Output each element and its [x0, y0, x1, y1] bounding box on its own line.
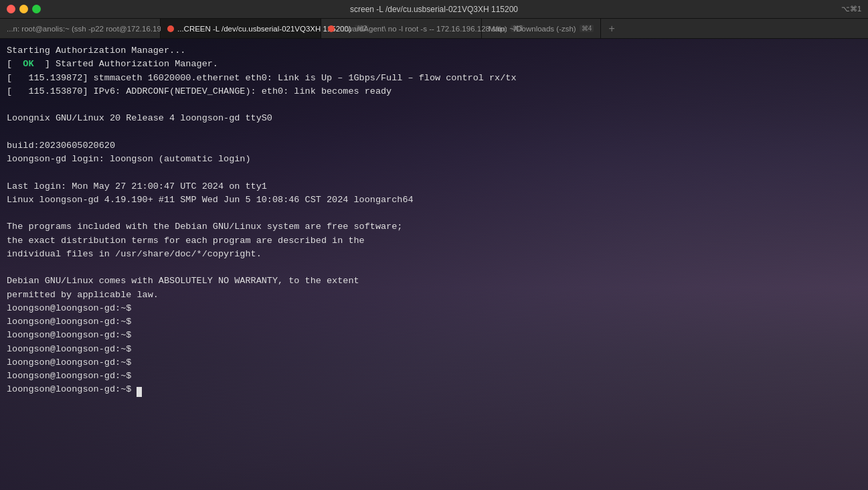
terminal-blank [7, 126, 861, 139]
add-tab-button[interactable]: + [602, 19, 621, 38]
titlebar: screen -L /dev/cu.usbserial-021VQ3XH 115… [0, 0, 868, 19]
terminal-line: Linux loongson-gd 4.19.190+ #11 SMP Wed … [7, 193, 861, 207]
terminal-cursor [137, 387, 142, 397]
terminal-line: Last login: Mon May 27 21:00:47 UTC 2024… [7, 180, 861, 193]
close-button[interactable] [7, 5, 15, 13]
terminal-prompt: loongson@loongson-gd:~$ [7, 343, 861, 356]
terminal-prompt-active: loongson@loongson-gd:~$ [7, 383, 861, 396]
terminal-prompt: loongson@loongson-gd:~$ [7, 329, 861, 342]
terminal-line: build:20230605020620 [7, 139, 861, 153]
tabbar: ...n: root@anolis:~ (ssh -p22 root@172.1… [0, 19, 868, 39]
terminal-blank [7, 98, 861, 112]
terminal-prompt: loongson@loongson-gd:~$ [7, 370, 861, 383]
terminal-line: [ 115.153870] IPv6: ADDRCONF(NETDEV_CHAN… [7, 85, 861, 98]
terminal-blank [7, 261, 861, 274]
minimize-button[interactable] [19, 5, 28, 13]
terminal-prompt: loongson@loongson-gd:~$ [7, 356, 861, 370]
titlebar-shortcut: ⌥⌘1 [841, 5, 868, 13]
tab-2[interactable]: ...CREEN -L /dev/cu.usbserial-021VQ3XH 1… [161, 19, 321, 38]
window-controls [0, 5, 41, 13]
window-title: screen -L /dev/cu.usbserial-021VQ3XH 115… [350, 5, 518, 14]
tab-dot-red [167, 25, 174, 32]
terminal-line: Debian GNU/Linux comes with ABSOLUTELY N… [7, 274, 861, 288]
terminal-line: the exact distribution terms for each pr… [7, 234, 861, 248]
tab-dot-red-2 [328, 25, 335, 32]
terminal-line: permitted by applicable law. [7, 289, 861, 302]
terminal-prompt: loongson@loongson-gd:~$ [7, 302, 861, 315]
terminal-line: Loongnix GNU/Linux 20 Release 4 loongson… [7, 112, 861, 125]
terminal-line: individual files in /usr/share/doc/*/cop… [7, 248, 861, 261]
terminal-content[interactable]: Starting Authorization Manager... [ OK ]… [0, 39, 868, 490]
tab-1[interactable]: ...n: root@anolis:~ (ssh -p22 root@172.1… [0, 19, 161, 38]
terminal-line: [ 115.139872] stmmaceth 16020000.etherne… [7, 72, 861, 85]
terminal-line-ok: [ OK ] Started Authorization Manager. [7, 58, 861, 71]
terminal-prompt: loongson@loongson-gd:~$ [7, 315, 861, 329]
terminal-blank [7, 207, 861, 220]
maximize-button[interactable] [32, 5, 41, 13]
terminal-blank [7, 166, 861, 179]
terminal-line: Starting Authorization Manager... [7, 44, 861, 58]
terminal-area: Starting Authorization Manager... [ OK ]… [0, 39, 868, 490]
terminal-line: The programs included with the Debian GN… [7, 220, 861, 234]
terminal-line: loongson-gd login: loongson (automatic l… [7, 153, 861, 166]
tab-3[interactable]: ...rwardAgent\ no -l root -s -- 172.16.1… [321, 19, 482, 38]
tab-4[interactable]: Main: ~/Downloads (-zsh) ⌘4 [482, 19, 601, 38]
